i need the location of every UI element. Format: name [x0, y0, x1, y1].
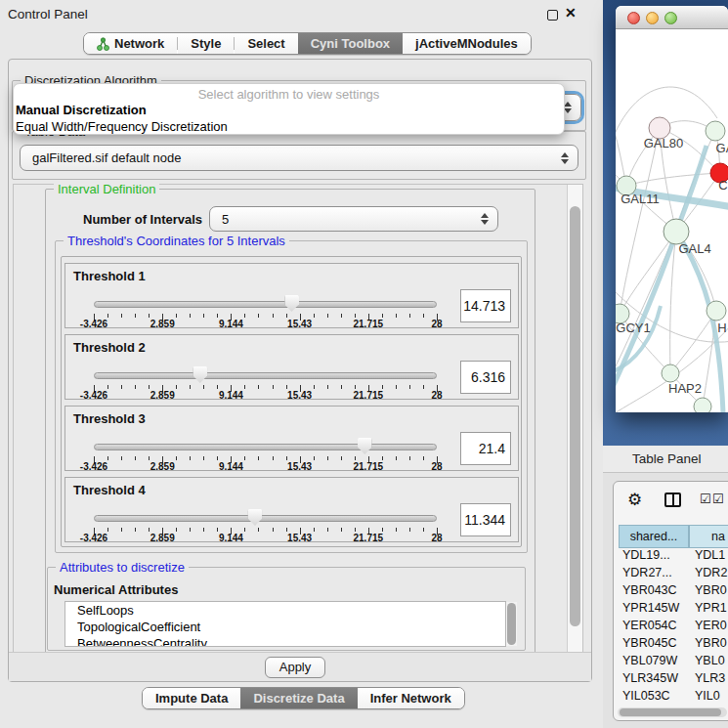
close-window-icon[interactable]	[627, 12, 640, 24]
table-data-combobox[interactable]: galFiltered.sif default node	[20, 145, 578, 171]
slider-tick	[273, 528, 274, 532]
zoom-window-icon[interactable]	[664, 12, 677, 24]
network-node-label: H	[717, 321, 726, 335]
threshold-value-field-1[interactable]: 14.713	[460, 289, 511, 322]
attribute-list-item[interactable]: BetweennessCentrality	[65, 635, 505, 647]
tab-network[interactable]: Network	[84, 33, 177, 54]
slider-tick	[107, 528, 108, 532]
slider-tick	[149, 456, 150, 460]
slider-track[interactable]	[94, 444, 437, 450]
slider-tick-label: 28	[431, 533, 442, 543]
slider-tick-label: 9.144	[219, 319, 243, 329]
slider-tick	[149, 385, 150, 389]
table-row[interactable]: YBL079WYBL0	[619, 654, 728, 671]
network-canvas[interactable]: GAL80GACGAL11GAL4GCY1HHAP2	[616, 30, 728, 412]
tab-style[interactable]: Style	[178, 33, 234, 54]
table-panel-body: ⚙ ☑ ☑ shared... na YDL19...YDL1YDR27...Y…	[613, 481, 728, 721]
panel-title: Control Panel	[8, 7, 88, 21]
threshold-value-field-4[interactable]: 11.344	[460, 503, 511, 536]
network-window-titlebar[interactable]	[616, 6, 728, 29]
slider-tick	[341, 528, 342, 532]
attributes-list-scrollbar[interactable]	[506, 602, 517, 646]
gear-icon[interactable]: ⚙	[627, 490, 642, 510]
dropdown-option-manual[interactable]: Manual Discretization	[14, 103, 564, 119]
cell-shared-name: YLR345W	[619, 671, 691, 689]
checkbox-icon[interactable]: ☑	[712, 492, 724, 506]
slider-thumb[interactable]	[358, 438, 372, 454]
float-panel-icon[interactable]	[547, 10, 558, 21]
slider-tick-label: 2.859	[150, 533, 175, 543]
slider-track[interactable]	[94, 372, 437, 379]
slider-tick	[190, 314, 191, 318]
numerical-attributes-label: Numerical Attributes	[54, 582, 178, 597]
network-node-h[interactable]	[707, 301, 726, 321]
column-header-shared-name[interactable]: shared...	[619, 525, 689, 548]
table-row[interactable]: YIL053CYIL0	[619, 689, 728, 703]
table-row[interactable]: YER054CYER0	[619, 619, 728, 636]
close-panel-icon[interactable]: ✕	[565, 5, 577, 21]
network-node-ga[interactable]	[706, 121, 725, 141]
slider-track[interactable]	[94, 301, 437, 308]
checkbox-icon[interactable]: ☑	[700, 492, 711, 506]
num-intervals-combobox[interactable]: 5	[209, 206, 498, 232]
apply-button[interactable]: Apply	[265, 657, 325, 678]
tab-infer-network[interactable]: Infer Network	[358, 688, 464, 708]
column-header-name[interactable]: na	[689, 525, 728, 548]
threshold-slider-2[interactable]: -3.4262.8599.14415.4321.71528	[94, 364, 437, 400]
split-columns-icon[interactable]	[664, 492, 681, 507]
tab-cyni-toolbox[interactable]: Cyni Toolbox	[298, 33, 403, 54]
attribute-list-item[interactable]: SelfLoops	[65, 602, 505, 619]
vertical-scrollbar-thumb[interactable]	[570, 206, 580, 626]
cell-shared-name: YDL19...	[619, 548, 691, 566]
slider-tick-label: 21.715	[354, 461, 384, 472]
attribute-list-item[interactable]: TopologicalCoefficient	[65, 619, 505, 635]
numerical-attributes-list: SelfLoopsTopologicalCoefficientBetweenne…	[64, 601, 506, 647]
slider-tick	[244, 528, 245, 532]
tab-discretize-data[interactable]: Discretize Data	[240, 688, 357, 708]
threshold-slider-4[interactable]: -3.4262.8599.14415.4321.71528	[94, 507, 437, 542]
network-node[interactable]	[694, 398, 711, 412]
slider-tick	[423, 385, 424, 389]
threshold-label: Threshold 1	[73, 269, 146, 283]
table-row[interactable]: YBR045CYBR0	[619, 636, 728, 654]
table-panel-header: Table Panel	[603, 446, 728, 473]
thresholds-inner-panel: Threshold 1-3.4262.8599.14415.4321.71528…	[61, 256, 522, 547]
slider-thumb[interactable]	[247, 509, 262, 526]
table-row[interactable]: YPR145WYPR1	[619, 601, 728, 619]
threshold-value-field-2[interactable]: 6.316	[460, 361, 511, 394]
dropdown-option-equal-width[interactable]: Equal Width/Frequency Discretization	[14, 119, 564, 136]
slider-track[interactable]	[94, 515, 437, 522]
network-edge-highlighted[interactable]	[676, 146, 707, 232]
threshold-value-field-3[interactable]: 21.4	[460, 432, 511, 465]
slider-tick	[217, 456, 218, 460]
vertical-scrollbar[interactable]	[567, 185, 582, 652]
tab-select[interactable]: Select	[235, 33, 297, 54]
slider-tick	[314, 314, 315, 318]
slider-tick	[121, 314, 122, 318]
slider-tick	[190, 385, 191, 389]
slider-tick	[273, 456, 274, 460]
table-row[interactable]: YDR27...YDR2	[619, 566, 728, 583]
horizontal-scrollbar-thumb[interactable]	[620, 708, 721, 716]
slider-thumb[interactable]	[193, 366, 207, 383]
slider-tick	[273, 385, 274, 389]
network-node-hap2[interactable]	[662, 364, 679, 382]
slider-tick	[286, 456, 287, 460]
minimize-window-icon[interactable]	[646, 12, 659, 24]
top-tabbar: NetworkStyleSelectCyni ToolboxjActiveMNo…	[83, 32, 532, 55]
tab-jactivemnodules[interactable]: jActiveMNodules	[403, 33, 531, 54]
slider-tick	[409, 385, 410, 389]
slider-tick	[258, 385, 259, 389]
threshold-slider-3[interactable]: -3.4262.8599.14415.4321.71528	[94, 436, 437, 471]
attributes-scrollbar-thumb[interactable]	[507, 603, 516, 645]
network-edge[interactable]	[626, 173, 720, 186]
table-row[interactable]: YBR043CYBR0	[619, 583, 728, 601]
slider-tick	[203, 528, 204, 532]
slider-tick	[355, 314, 356, 318]
slider-thumb[interactable]	[284, 295, 299, 312]
table-row[interactable]: YLR345WYLR3	[619, 671, 728, 689]
threshold-slider-1[interactable]: -3.4262.8599.14415.4321.71528	[94, 293, 437, 328]
tab-impute-data[interactable]: Impute Data	[143, 688, 240, 708]
table-row[interactable]: YDL19...YDL1	[619, 548, 728, 566]
horizontal-scrollbar[interactable]	[618, 707, 727, 717]
